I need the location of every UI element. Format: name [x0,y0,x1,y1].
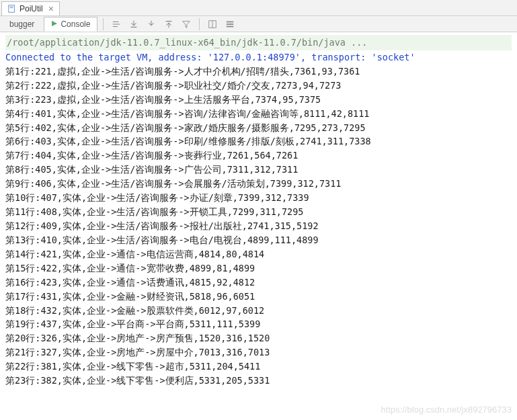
output-line: 第5行:402,实体,企业->生活/咨询服务->家政/婚庆服务/摄影服务,729… [5,121,512,135]
soft-wrap-icon[interactable] [109,17,124,32]
file-tab-bar: PoiUtil × [0,0,517,16]
scroll-to-end-icon[interactable] [126,17,141,32]
output-line: 第4行:401,实体,企业->生活/咨询服务->咨询/法律咨询/金融咨询等,81… [5,107,512,121]
output-line: 第22行:381,实体,企业->线下零售->超市,5311,204,5411 [5,360,512,374]
output-line: 第20行:326,实体,企业->房地产->房产预售,1520,316,1520 [5,331,512,345]
output-line: 第6行:403,实体,企业->生活/咨询服务->印刷/维修服务/排版/刻板,27… [5,134,512,149]
watermark: https://blog.csdn.net/jx892796733 [381,405,512,415]
output-line: 第17行:431,实体,企业->金融->财经资讯,5818,96,6051 [5,290,512,304]
svg-rect-1 [10,7,13,7]
output-line: 第12行:409,实体,企业->生活/咨询服务->报社/出版社,2741,315… [5,219,512,233]
output-line: 第11行:408,实体,企业->生活/咨询服务->开锁工具,7299,311,7… [5,205,512,219]
svg-rect-5 [227,21,234,22]
play-icon [51,19,58,29]
output-line: 第10行:407,实体,企业->生活/咨询服务->办证/刻章,7399,312,… [5,191,512,205]
layout-icon[interactable] [205,17,220,32]
output-line: 第23行:382,实体,企业->线下零售->便利店,5331,205,5331 [5,374,512,388]
filter-icon[interactable] [179,17,194,32]
file-icon [7,4,17,13]
tab-debugger[interactable]: bugger [3,17,41,31]
output-line: 第1行:221,虚拟,企业->生活/咨询服务->人才中介机构/招聘/猎头,736… [5,65,512,79]
toolbar: bugger Console [0,16,517,32]
command-line: /root/application/jdk-11.0.7_linux-x64_b… [5,35,512,50]
separator [103,18,104,30]
output-line: 第15行:422,实体,企业->通信->宽带收费,4899,81,4899 [5,261,512,276]
output-line: 第18行:432,实体,企业->金融->股票软件类,6012,97,6012 [5,304,512,318]
print-icon[interactable] [144,17,159,32]
svg-rect-7 [227,26,234,27]
output-line: 第21行:327,实体,企业->房地产->房屋中介,7013,316,7013 [5,345,512,360]
output-line: 第14行:421,实体,企业->通信->电信运营商,4814,80,4814 [5,247,512,261]
output-line: 第2行:222,虚拟,企业->生活/咨询服务->职业社交/婚介/交友,7273,… [5,79,512,93]
console-output[interactable]: /root/application/jdk-11.0.7_linux-x64_b… [0,32,517,420]
file-tab-title: PoiUtil [19,4,43,13]
output-line: 第19行:437,实体,企业->平台商->平台商,5311,111,5399 [5,317,512,331]
connected-line: Connected to the target VM, address: '12… [5,50,512,65]
separator [199,18,200,30]
upload-icon[interactable] [161,17,176,32]
output-line: 第7行:404,实体,企业->生活/咨询服务->丧葬行业,7261,564,72… [5,149,512,163]
output-line: 第8行:405,实体,企业->生活/咨询服务->广告公司,7311,312,73… [5,163,512,177]
output-line: 第13行:410,实体,企业->生活/咨询服务->电台/电视台,4899,111… [5,233,512,247]
settings-icon[interactable] [223,17,237,32]
svg-rect-2 [10,7,13,8]
close-icon[interactable]: × [48,4,54,13]
file-tab[interactable]: PoiUtil × [1,1,60,15]
svg-rect-6 [227,24,234,25]
output-line: 第3行:223,虚拟,企业->生活/咨询服务->上生活服务平台,7374,95,… [5,93,512,107]
output-line: 第9行:406,实体,企业->生活/咨询服务->会展服务/活动策划,7399,3… [5,177,512,191]
svg-rect-0 [9,5,15,13]
output-line: 第16行:423,实体,企业->通信->话费通讯,4815,92,4812 [5,276,512,290]
tab-console[interactable]: Console [44,17,97,32]
